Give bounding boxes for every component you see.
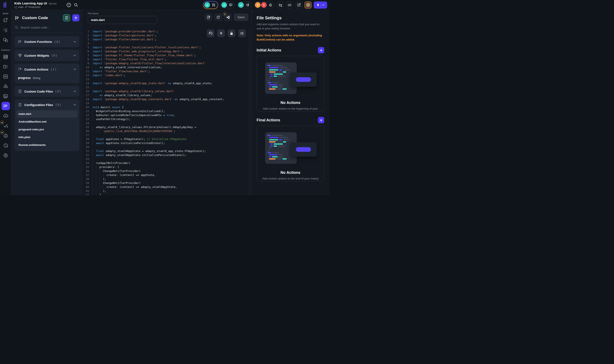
save-button[interactable]: Save [234,13,248,21]
file-row-proguard[interactable]: proguard-rules.pro [16,126,78,133]
sidebar-item-page-tree[interactable] [1,26,10,34]
line-number: 27 [83,133,92,137]
section-header-custom-widgets[interactable]: Custom Widgets ( 0 ) [15,50,79,61]
check-icon [204,2,210,8]
issues-pill[interactable]: 1 1 [254,1,275,9]
section-label: Custom Actions [24,68,48,71]
section-header-custom-code-files[interactable]: Custom Code Files ( 0 ) [15,86,79,97]
chevron-down-icon[interactable] [73,68,77,71]
code-line: 7import 'package:ff_theme/flutter_flow/f… [83,53,251,57]
code-line: 42 ] [83,193,251,195]
sidebar-item-data-types[interactable] [1,62,10,71]
code-line: 19 [83,101,251,105]
actions-check-pill[interactable] [237,1,252,9]
line-number: 8 [83,57,92,61]
no-actions-text: Add custom actions to the end of your ma… [257,177,324,181]
file-icon [18,103,22,107]
file-name-input[interactable] [88,16,157,24]
chevron-down-icon[interactable] [73,40,77,43]
sidebar-item-custom-code[interactable] [1,102,10,110]
line-number: 10 [83,65,92,69]
palette-icon [3,143,8,148]
format-code-button[interactable] [217,29,225,37]
sidebar-item-api-calls[interactable] [1,82,10,91]
sidebar-item-components[interactable] [1,36,10,44]
editor-scrollbar[interactable] [249,27,251,195]
sidebar-item-cloud-functions[interactable] [1,112,10,120]
developer-menu-button[interactable] [286,1,293,9]
help-button[interactable]: ? [65,1,72,9]
add-custom-code-button[interactable] [72,14,79,21]
add-initial-action-button[interactable] [318,47,324,53]
final-actions-title: Final Actions [257,118,280,122]
code-line: 23 usePathUrlStrategy(); [83,117,251,121]
file-row-infoplist[interactable]: Info.plist [16,133,78,141]
read-only-lock-button[interactable] [228,29,235,37]
sidebar-item-settings[interactable] [1,151,10,159]
chevron-down-icon[interactable] [322,4,325,6]
code-area[interactable]: 1import 'package:provider/provider.dart'… [83,27,251,195]
branch-name[interactable]: main [18,6,24,9]
sidebar-item-ai-agents[interactable]: ★ [1,131,10,140]
sidebar-item-theme[interactable] [1,141,10,150]
open-external-button[interactable] [214,13,222,21]
line-number: 13 [83,77,92,81]
vscode-button[interactable]: ★ [224,13,232,21]
line-number: 12 [83,73,92,77]
search-button[interactable] [72,1,79,9]
run-button[interactable] [314,1,327,9]
file-log-button[interactable] [205,13,212,21]
line-number: 17 [83,93,92,97]
design-check-pill[interactable] [203,1,218,9]
file-row-main-dart[interactable]: main.dart [16,110,78,117]
line-number: 19 [83,101,92,105]
final-actions-header: Final Actions [257,117,324,123]
file-settings-note: Note: Only actions with no arguments (in… [257,33,324,41]
flutterflow-logo[interactable] [0,0,11,10]
sidebar-item-database[interactable] [1,52,10,61]
section-list: Custom Functions ( 0 ) Custom Widgets ( … [11,33,83,155]
custom-code-panel: Custom Code Custom Functions ( 0 ) [11,10,83,195]
file-settings-panel: File Settings Add and organize custom ac… [251,10,329,195]
code-line: 4 [83,41,251,45]
line-number: 38 [83,177,92,181]
section-custom-actions: Custom Actions ( 1 ) progress String [15,64,79,83]
search-input[interactable] [20,26,71,29]
indent-button[interactable] [238,29,246,37]
code-line: 12import 'index.dart'; [83,73,251,77]
branch-tree-button[interactable] [277,1,284,9]
section-header-configuration-files[interactable]: Configuration Files ( 5 ) [15,99,79,110]
chevron-down-icon[interactable] [73,103,77,106]
code-copilot-button[interactable] [63,14,70,21]
add-final-action-button[interactable] [318,117,324,123]
cloud-off-button[interactable] [207,29,214,37]
code-line: 22 GoRouter.optionURLReflectsImperativeA… [83,113,251,117]
file-row-androidmanifest[interactable]: AndroidManifest.xml [16,118,78,125]
plus-icon [320,49,323,52]
branch-icon [14,6,17,8]
sidebar-item-add-page[interactable] [1,16,10,24]
eye-icon [306,3,310,7]
preview-eye-button[interactable] [304,1,312,9]
code-lines[interactable]: 1import 'package:provider/provider.dart'… [83,29,251,195]
section-header-custom-actions[interactable]: Custom Actions ( 1 ) [15,64,79,75]
sidebar-item-tests[interactable]: ★ [1,122,10,130]
chevron-down-icon[interactable] [73,90,77,93]
initial-actions-empty-card: No Actions Add custom actions to the beg… [257,56,324,111]
code-line: 29 await appState.initializePersistedSta… [83,141,251,145]
open-external-button[interactable] [295,1,302,9]
line-number: 42 [83,193,92,195]
environment-name[interactable]: Production [28,6,40,9]
custom-action-item-progress[interactable]: progress String [15,75,79,83]
section-label: Configuration Files [24,103,53,107]
editor-floating-toolbar [207,29,246,37]
chevron-down-icon[interactable] [73,54,77,57]
sidebar-item-collections[interactable] [1,72,10,81]
sidebar-item-media-assets[interactable] [1,92,10,100]
folder-icon [3,74,8,79]
initial-actions-header: Initial Actions [257,47,324,53]
comments-check-pill[interactable] [220,1,235,9]
line-number: 5 [83,45,92,49]
file-row-entitlements[interactable]: Runner.entitlements [16,141,78,149]
section-header-custom-functions[interactable]: Custom Functions ( 0 ) [15,36,79,47]
